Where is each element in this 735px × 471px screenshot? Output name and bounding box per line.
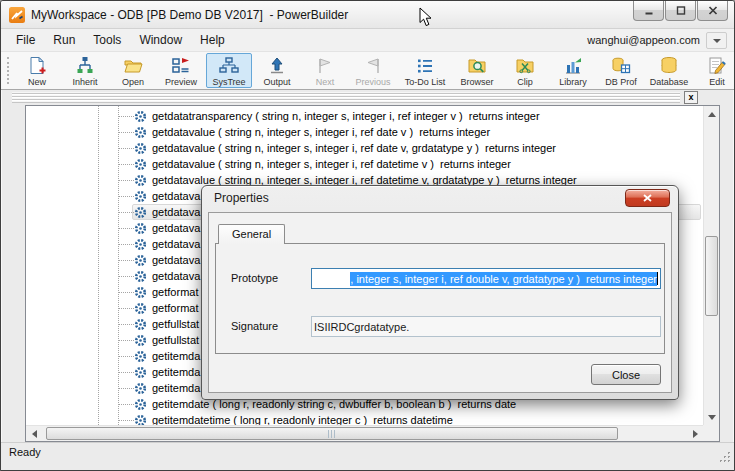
panel-close-button[interactable]: x [684, 91, 698, 104]
toolbar-button-library[interactable]: Library [550, 53, 596, 88]
toolbar-button-clip[interactable]: Clip [502, 53, 548, 88]
method-gear-icon [134, 190, 147, 203]
toolbar-button-browser[interactable]: Browser [454, 53, 500, 88]
account-dropdown-button[interactable] [706, 32, 727, 49]
toolbar-button-label: Preview [165, 77, 197, 87]
tree-connector [118, 404, 134, 405]
menu-item-tools[interactable]: Tools [84, 29, 130, 51]
scroll-up-button[interactable] [704, 106, 720, 122]
vertical-scrollbar[interactable] [703, 106, 719, 425]
toolbar-button-new[interactable]: New [14, 53, 60, 88]
method-gear-icon [134, 174, 147, 187]
method-gear-icon [134, 158, 147, 171]
toolbar-button-label: Previous [355, 77, 390, 87]
close-button[interactable] [697, 1, 728, 21]
toolbar-button-label: Edit [709, 77, 725, 87]
tree-connector [118, 212, 134, 213]
title-bar[interactable]: MyWorkspace - ODB [PB Demo DB V2017] - P… [1, 1, 734, 29]
panel-drag-bar[interactable] [12, 92, 680, 103]
toolbar-button-previous[interactable]: Previous [350, 53, 396, 88]
method-signature-text: getdatavalue ( string n, integer s, inte… [152, 142, 556, 154]
method-gear-icon [134, 334, 147, 347]
method-gear-icon [134, 238, 147, 251]
database-icon [659, 56, 679, 76]
tree-connector [118, 420, 134, 421]
horizontal-scroll-thumb[interactable] [46, 427, 618, 440]
resize-grip[interactable] [720, 449, 731, 467]
toolbar-button-next[interactable]: Next [302, 53, 348, 88]
toolbar-button-inherit[interactable]: Inherit [62, 53, 108, 88]
toolbar-button-label: Next [316, 77, 335, 87]
systree-icon [219, 56, 239, 76]
method-gear-icon [134, 254, 147, 267]
edit-icon [707, 56, 727, 76]
method-gear-icon [134, 382, 147, 395]
powerbuilder-window: MyWorkspace - ODB [PB Demo DB V2017] - P… [0, 0, 735, 471]
tree-row-method[interactable]: getdatatransparency ( string n, integer … [26, 108, 703, 124]
tree-connector [118, 372, 134, 373]
tree-connector [118, 132, 134, 133]
method-signature-text: getdatava [152, 238, 200, 250]
menu-item-file[interactable]: File [7, 29, 44, 51]
method-signature-text: getitemda [152, 350, 200, 362]
method-signature-text: getformat [152, 302, 198, 314]
maximize-button[interactable] [665, 1, 696, 21]
mouse-cursor [419, 7, 432, 31]
tree-row-method[interactable]: getdatavalue ( string n, integer s, inte… [26, 156, 703, 172]
status-bar: Ready [1, 442, 734, 470]
menu-item-run[interactable]: Run [44, 29, 84, 51]
tree-connector [118, 292, 134, 293]
triangle-up-icon [708, 112, 716, 117]
method-signature-text: getfullstat [152, 334, 199, 346]
todo-list-icon [415, 56, 435, 76]
triangle-right-icon [693, 430, 698, 438]
toolbar-button-label: Inherit [72, 77, 97, 87]
method-signature-text: getdatavalue ( string n, integer s, inte… [152, 158, 511, 170]
method-signature-text: getdatavalue ( string n, integer s, inte… [152, 126, 490, 138]
close-x-icon [643, 194, 652, 202]
toolbar-button-preview[interactable]: Preview [158, 53, 204, 88]
signature-input[interactable]: ISIIRDCgrdatatype. [311, 316, 661, 337]
vertical-scroll-thumb[interactable] [705, 236, 718, 316]
open-folder-icon [123, 56, 143, 76]
minimize-button[interactable] [633, 1, 664, 21]
method-signature-text: getformat [152, 286, 198, 298]
scroll-right-button[interactable] [687, 426, 703, 442]
method-signature-text: getdatava [152, 206, 200, 218]
dialog-close-action-button[interactable]: Close [591, 364, 661, 385]
prototype-input[interactable]: , integer s, integer i, ref double v, gr… [311, 268, 661, 289]
method-signature-text: getdatava [152, 222, 200, 234]
toolbar-button-output[interactable]: Output [254, 53, 300, 88]
triangle-left-icon [32, 430, 37, 438]
maximize-icon [674, 5, 688, 17]
method-signature-text: getfullstat [152, 318, 199, 330]
dialog-close-button[interactable] [625, 189, 670, 207]
tree-connector [118, 260, 134, 261]
menu-item-help[interactable]: Help [191, 29, 234, 51]
toolbar-button-database[interactable]: Database [646, 53, 692, 88]
toolbar-button-label: Output [263, 77, 290, 87]
toolbar-gripper[interactable] [7, 57, 10, 84]
tree-row-method[interactable]: getdatavalue ( string n, integer s, inte… [26, 140, 703, 156]
toolbar-button-edit[interactable]: Edit [694, 53, 734, 88]
tree-row-method[interactable]: getdatavalue ( string n, integer s, inte… [26, 124, 703, 140]
toolbar-button-label: Library [559, 77, 587, 87]
toolbar-button-to-do-list[interactable]: To-Do List [398, 53, 452, 88]
dialog-body: General Prototype , integer s, integer i… [208, 212, 672, 393]
menu-item-window[interactable]: Window [130, 29, 191, 51]
minimize-icon [642, 5, 656, 17]
prototype-label: Prototype [231, 272, 278, 284]
preview-icon [171, 56, 191, 76]
toolbar: NewInheritOpenPreviewSysTreeOutputNextPr… [1, 51, 734, 90]
toolbar-button-open[interactable]: Open [110, 53, 156, 88]
scroll-left-button[interactable] [26, 426, 42, 442]
method-signature-text: getdatava [152, 190, 200, 202]
method-gear-icon [134, 318, 147, 331]
horizontal-scrollbar[interactable] [26, 425, 703, 441]
scroll-down-button[interactable] [704, 409, 720, 425]
tree-row-method[interactable]: getitemdatetime ( long r, readonly integ… [26, 412, 703, 425]
toolbar-button-systree[interactable]: SysTree [206, 53, 252, 88]
toolbar-button-db-prof[interactable]: DB Prof [598, 53, 644, 88]
tree-connector [118, 324, 134, 325]
tab-general[interactable]: General [218, 224, 285, 244]
